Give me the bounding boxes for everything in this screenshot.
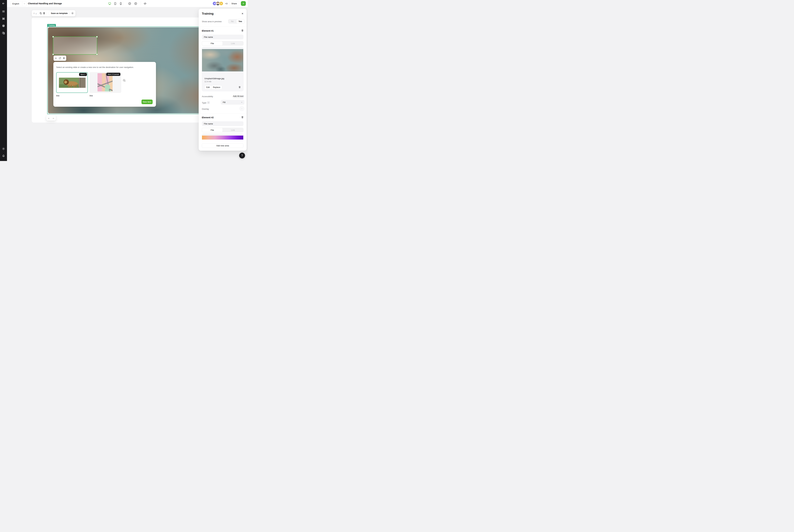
- add-new-area-button[interactable]: Add new area: [202, 144, 243, 148]
- file-name: Unsplash3dimage.jpg: [204, 77, 224, 80]
- slide-settings-button[interactable]: [71, 12, 74, 15]
- avatar[interactable]: D: [219, 1, 223, 5]
- item-caption: line: [90, 94, 93, 97]
- menu-icon: [2, 10, 5, 13]
- tab-link[interactable]: Link: [223, 128, 243, 132]
- delete-slide-button[interactable]: [43, 12, 45, 15]
- sidebar-item-settings[interactable]: [0, 146, 7, 152]
- slide-item-1[interactable]: Item 1: [56, 72, 88, 93]
- slide-navigation: ← →: [46, 115, 56, 121]
- overlay-color-swatch[interactable]: [240, 107, 244, 111]
- training-panel: Training ✕ Show area in preview No Yes E…: [198, 9, 247, 151]
- info-icon[interactable]: i: [207, 101, 210, 104]
- item-badge: Item 2 Current: [107, 73, 120, 76]
- type-select-value: Fill: [223, 101, 241, 103]
- tab-file[interactable]: File: [202, 41, 223, 45]
- gear-icon: [2, 147, 5, 150]
- panel-title: Training: [202, 12, 213, 15]
- help-button[interactable]: ?: [239, 153, 245, 158]
- area-label: Training: [47, 24, 56, 27]
- monitor-icon: [108, 2, 111, 5]
- play-preview-button[interactable]: [241, 1, 246, 6]
- resize-handle[interactable]: [52, 54, 54, 55]
- pages-icon: [2, 32, 5, 35]
- collaborator-avatars: M D: [212, 1, 223, 5]
- slide-thumbnail-abstract: [97, 73, 113, 92]
- delete-file-button[interactable]: [238, 86, 241, 89]
- check-circle-icon: [128, 2, 131, 5]
- share-button[interactable]: Share: [229, 1, 240, 6]
- resize-handle[interactable]: [96, 54, 98, 55]
- delete-element-1-button[interactable]: [241, 29, 244, 32]
- close-icon[interactable]: ✕: [241, 12, 244, 15]
- item-caption: line: [56, 94, 59, 97]
- file-preview-image[interactable]: [202, 49, 243, 72]
- add-area-button[interactable]: +: [55, 57, 57, 60]
- type-label: Type: [202, 101, 206, 104]
- gear-icon: [71, 12, 74, 15]
- tab-link[interactable]: Link: [223, 41, 243, 45]
- save-as-template-button[interactable]: Save as template: [49, 11, 70, 16]
- gradient-preview-image[interactable]: [202, 136, 243, 139]
- comments-button[interactable]: [134, 2, 137, 5]
- tablet-preview-button[interactable]: [113, 2, 117, 5]
- replace-button[interactable]: Replace: [211, 85, 222, 89]
- language-select[interactable]: English: [10, 1, 27, 6]
- new-item-button[interactable]: New item: [141, 99, 153, 104]
- open-destination-button[interactable]: [58, 57, 61, 60]
- external-link-icon: [59, 57, 61, 59]
- toggle-yes-option[interactable]: Yes: [236, 19, 244, 23]
- top-bar: English Chemical Handling and Storage M …: [7, 0, 248, 7]
- avatar-initial: M: [214, 2, 215, 4]
- divider: [198, 113, 247, 114]
- edit-button[interactable]: Edit: [204, 85, 212, 89]
- embed-group: [143, 0, 147, 7]
- code-icon: [144, 2, 147, 5]
- slide-item-2[interactable]: Item 2 Current: [90, 72, 121, 93]
- play-icon: [242, 2, 245, 5]
- element-2-file-card: [202, 134, 243, 139]
- delete-element-2-button[interactable]: [241, 116, 244, 119]
- bell-icon: [2, 154, 5, 157]
- validate-button[interactable]: [128, 2, 132, 5]
- element-1-source-tabs: File Link: [202, 41, 243, 45]
- resize-handle[interactable]: [52, 36, 54, 37]
- sidebar-item-slides[interactable]: [0, 16, 7, 22]
- item-badge: Item 1: [79, 73, 87, 76]
- delete-area-button[interactable]: [62, 57, 65, 60]
- toggle-no-option[interactable]: No: [228, 19, 236, 23]
- move-up-button[interactable]: ↑: [33, 12, 35, 15]
- duplicate-slide-button[interactable]: [39, 12, 42, 15]
- page-title: Chemical Handling and Storage: [28, 0, 62, 7]
- accessibility-label: Accessibility: [202, 95, 213, 98]
- code-button[interactable]: [143, 2, 147, 5]
- app-sidebar: [0, 0, 7, 161]
- area-mini-toolbar: +: [54, 56, 66, 61]
- sidebar-item-layers[interactable]: [0, 23, 7, 29]
- file-size: 12.4 mb: [204, 80, 211, 83]
- zoom-search-button[interactable]: [123, 79, 126, 82]
- sidebar-item-notifications[interactable]: [0, 153, 7, 158]
- sidebar-item-menu[interactable]: [0, 8, 7, 14]
- language-select-value: English: [10, 2, 22, 5]
- next-slide-button[interactable]: →: [52, 117, 55, 119]
- sidebar-item-pages[interactable]: [0, 30, 7, 36]
- trash-icon: [241, 29, 244, 32]
- chevron-down-icon: [241, 101, 243, 103]
- collaborators-more-count: +3: [225, 2, 227, 5]
- trash-icon: [43, 12, 45, 15]
- element-2-file-name-input[interactable]: [202, 121, 243, 126]
- interactive-area-selection[interactable]: [53, 37, 97, 55]
- add-alt-text-link[interactable]: Add Alt-text: [233, 95, 243, 98]
- move-down-button[interactable]: ↓: [35, 12, 37, 15]
- desktop-preview-button[interactable]: [108, 2, 112, 5]
- destination-popup: Select an existing slide or create a new…: [53, 62, 156, 107]
- tab-file[interactable]: File: [202, 128, 223, 132]
- mobile-preview-button[interactable]: [119, 2, 122, 5]
- type-select[interactable]: Fill: [221, 100, 244, 104]
- back-button[interactable]: [0, 1, 7, 6]
- previous-slide-button[interactable]: ←: [48, 117, 50, 119]
- resize-handle[interactable]: [96, 36, 98, 37]
- slide-icon: [2, 17, 5, 20]
- element-1-file-name-input[interactable]: [202, 35, 243, 39]
